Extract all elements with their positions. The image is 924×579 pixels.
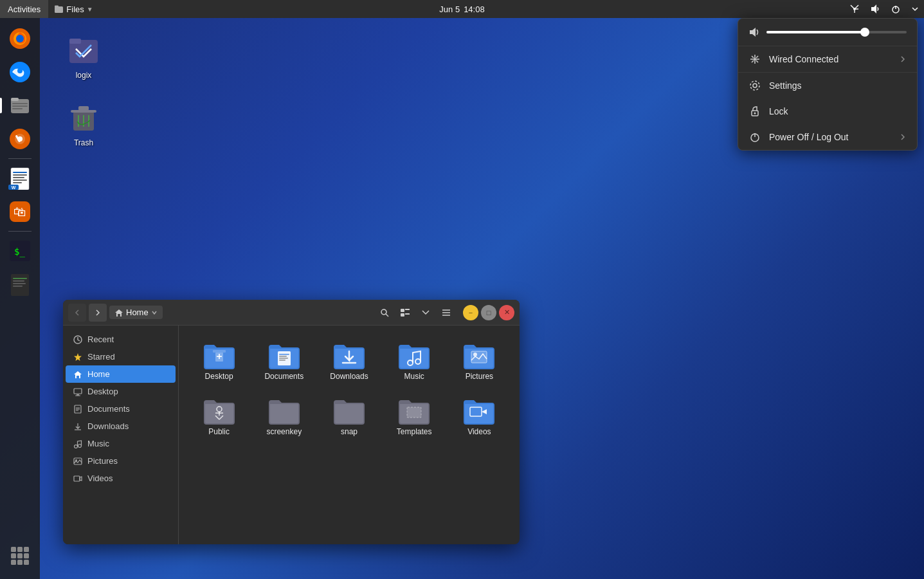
volume-indicator[interactable] [865,0,885,18]
folder-pictures[interactable]: Pictures [449,336,509,386]
folder-pictures-label: Pictures [466,372,493,381]
sidebar-item-home[interactable]: Home [66,365,176,383]
svg-rect-44 [17,560,23,565]
svg-rect-25 [13,182,22,183]
dock-item-writer[interactable]: W [5,163,35,194]
svg-rect-80 [213,350,226,353]
desktop: Activities Files ▼ Jun 5 14:08 [0,0,924,579]
file-titlebar: Home [63,300,520,326]
image-small-icon [73,457,82,466]
sidebar-item-music[interactable]: Music [66,435,176,452]
wired-label: Wired Connected [769,54,838,64]
svg-rect-58 [401,313,404,317]
network-indicator[interactable] [844,0,865,18]
power-off-item[interactable]: Power Off / Log Out [738,124,917,150]
home-location-icon [114,308,123,317]
view-list-icon [401,308,410,317]
location-label: Home [126,308,149,317]
folder-screenkey[interactable]: screenkey [254,391,314,441]
dock-item-appstore[interactable]: 🛍 [5,196,35,227]
trash-label: Trash [74,138,93,147]
svg-rect-91 [471,351,487,363]
dock-item-files[interactable] [5,90,35,121]
dock-item-firefox[interactable] [5,23,35,54]
folder-icon-topbar [55,5,64,14]
lock-item[interactable]: Lock [738,98,917,124]
folder-snap-icon [332,396,366,425]
minimize-button[interactable]: − [463,305,478,320]
dock-item-texteditor[interactable] [5,269,35,300]
network-icon [849,4,860,14]
forward-icon [94,309,102,317]
sidebar-documents-label: Documents [87,404,130,414]
close-button[interactable]: ✕ [499,305,514,320]
folder-templates[interactable]: Templates [385,391,444,441]
svg-point-74 [78,444,82,447]
svg-rect-23 [13,177,24,178]
sidebar-item-downloads[interactable]: Downloads [66,418,176,435]
menu-button[interactable] [437,304,455,322]
power-icon [891,4,901,14]
svg-point-73 [75,445,78,448]
folder-public[interactable]: Public [189,391,249,441]
dock-separator-1 [8,158,32,159]
folder-documents[interactable]: Documents [254,336,314,386]
svg-rect-32 [11,274,29,296]
writer-icon: W [8,167,32,190]
sidebar-item-pictures[interactable]: Pictures [66,452,176,470]
dock-item-rhythmbox[interactable] [5,124,35,154]
dock: W 🛍 $_ [0,18,40,579]
volume-slider[interactable] [766,31,907,33]
files-menu-button[interactable]: Files ▼ [48,0,99,18]
svg-line-107 [752,56,754,58]
folder-desktop[interactable]: Desktop [189,336,249,386]
settings-label: Settings [769,80,802,91]
wired-connected-item[interactable]: Wired Connected [738,46,917,72]
activities-button[interactable]: Activities [0,0,48,18]
desktop-icon-logix[interactable]: logix [58,32,109,82]
forward-button[interactable] [89,304,107,322]
dock-item-apps-grid[interactable] [5,540,35,571]
svg-point-111 [753,84,757,87]
lock-icon [748,105,761,118]
svg-rect-24 [13,179,27,181]
svg-rect-50 [78,106,89,111]
maximize-button[interactable]: □ [481,305,496,320]
sidebar-item-starred[interactable]: Starred [66,348,176,365]
power-indicator[interactable] [885,0,906,18]
view-toggle-button[interactable] [396,304,414,322]
svg-rect-57 [405,309,410,310]
folder-music[interactable]: Music [385,336,444,386]
svg-point-54 [381,309,386,315]
svg-point-112 [750,81,759,90]
dock-item-terminal[interactable]: $_ [5,235,35,266]
search-button[interactable] [376,304,394,322]
sidebar-item-desktop[interactable]: Desktop [66,383,176,400]
view-options-button[interactable] [417,304,435,322]
topbar: Activities Files ▼ Jun 5 14:08 [0,0,924,18]
sidebar-starred-label: Starred [87,352,115,362]
back-button[interactable] [68,304,86,322]
svg-text:🛍: 🛍 [14,205,26,219]
sidebar-item-documents[interactable]: Documents [66,400,176,418]
trash-icon [67,102,100,136]
settings-item[interactable]: Settings [738,73,917,98]
date-label: Jun 5 [439,5,460,14]
sidebar-item-videos[interactable]: Videos [66,470,176,487]
folder-downloads[interactable]: Downloads [319,336,379,386]
folder-snap[interactable]: snap [319,391,379,441]
system-menu: Wired Connected Settings [738,18,918,151]
desktop-icon-trash[interactable]: Trash [58,100,109,150]
sidebar-recent-label: Recent [87,335,114,344]
hamburger-icon [442,308,451,317]
dock-item-thunderbird[interactable] [5,57,35,87]
power-chevron-icon [899,133,907,141]
files-menu-label: Files [66,5,84,14]
sidebar-item-recent[interactable]: Recent [66,331,176,348]
dropdown-indicator[interactable] [906,0,924,18]
sidebar-pictures-label: Pictures [87,456,118,466]
power-off-icon [748,131,761,143]
location-bar[interactable]: Home [109,306,163,319]
svg-rect-67 [75,395,80,396]
folder-videos[interactable]: Videos [449,391,509,441]
